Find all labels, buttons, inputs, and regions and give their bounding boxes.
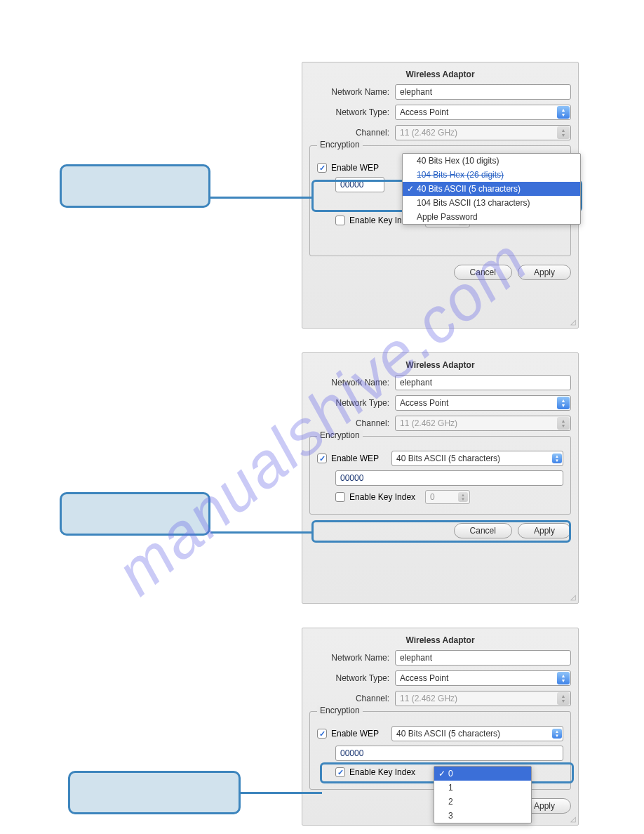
updown-icon: ▲▼: [557, 106, 570, 119]
enable-key-index-checkbox[interactable]: ✓: [335, 216, 345, 225]
updown-icon: ▲▼: [557, 417, 570, 430]
callout-3: [68, 771, 241, 814]
dropdown-item-2[interactable]: 40 Bits ASCII (5 characters): [403, 182, 580, 196]
key-index-select: 0 ▲▼: [425, 490, 470, 504]
key-index-item-1[interactable]: 1: [434, 781, 531, 795]
wep-key-input[interactable]: 00000: [335, 470, 563, 486]
connector-2: [210, 531, 313, 534]
channel-value: 11 (2.462 GHz): [400, 694, 457, 703]
label-channel: Channel:: [309, 694, 395, 703]
network-type-select[interactable]: Access Point ▲▼: [395, 395, 571, 411]
enable-wep-checkbox[interactable]: ✓: [317, 729, 327, 739]
channel-select: 11 (2.462 GHz) ▲▼: [395, 416, 571, 431]
enable-key-index-label: Enable Key Index: [349, 767, 415, 777]
wep-type-select[interactable]: 40 Bits ASCII (5 characters) ▲▼: [391, 726, 563, 741]
label-network-type: Network Type:: [309, 673, 395, 683]
network-name-input[interactable]: elephant: [395, 650, 571, 666]
updown-icon: ▲▼: [557, 126, 570, 139]
key-index-item-3[interactable]: 3: [434, 809, 531, 823]
network-type-value: Access Point: [400, 673, 448, 683]
label-network-name: Network Name:: [309, 653, 395, 663]
updown-icon: ▲▼: [557, 672, 570, 684]
label-network-type: Network Type:: [309, 107, 395, 117]
key-index-item-2[interactable]: 2: [434, 795, 531, 809]
apply-button[interactable]: Apply: [518, 265, 571, 280]
wep-type-value: 40 Bits ASCII (5 characters): [396, 454, 500, 463]
channel-value: 11 (2.462 GHz): [400, 128, 457, 138]
enable-wep-checkbox[interactable]: ✓: [317, 454, 327, 463]
wep-type-value: 40 Bits ASCII (5 characters): [396, 729, 500, 739]
callout-1: [60, 164, 210, 208]
label-channel: Channel:: [309, 418, 395, 428]
encryption-legend: Encryption: [317, 430, 363, 440]
cancel-button[interactable]: Cancel: [454, 265, 512, 280]
channel-value: 11 (2.462 GHz): [400, 418, 457, 428]
dropdown-item-4[interactable]: Apple Password: [403, 210, 580, 224]
label-network-name: Network Name:: [309, 378, 395, 388]
network-type-value: Access Point: [400, 107, 448, 117]
connector-3: [241, 792, 322, 794]
network-name-input[interactable]: elephant: [395, 84, 571, 100]
channel-select: 11 (2.462 GHz) ▲▼: [395, 125, 571, 140]
wep-type-select[interactable]: 40 Bits ASCII (5 characters) ▲▼: [391, 451, 563, 466]
enable-key-index-checkbox[interactable]: ✓: [335, 492, 345, 502]
panel-2: Wireless Adaptor Network Name: elephant …: [302, 352, 579, 604]
dropdown-item-3[interactable]: 104 Bits ASCII (13 characters): [403, 196, 580, 210]
updown-icon: ▲▼: [552, 454, 562, 463]
resize-grip-icon: ◿: [570, 593, 576, 601]
connector-1: [210, 197, 313, 199]
resize-grip-icon: ◿: [570, 815, 576, 823]
enable-wep-label: Enable WEP: [331, 729, 379, 739]
network-type-select[interactable]: Access Point ▲▼: [395, 105, 571, 120]
updown-icon: ▲▼: [458, 492, 468, 502]
label-channel: Channel:: [309, 128, 395, 138]
encryption-legend: Encryption: [317, 140, 363, 150]
updown-icon: ▲▼: [552, 729, 562, 739]
network-name-input[interactable]: elephant: [395, 375, 571, 390]
channel-select: 11 (2.462 GHz) ▲▼: [395, 691, 571, 706]
key-index-value: 0: [430, 492, 435, 502]
enable-key-index-label: Enable Key Index: [349, 492, 415, 502]
panel-3-title: Wireless Adaptor: [309, 634, 571, 645]
key-index-item-0[interactable]: 0: [434, 767, 531, 781]
panel-2-title: Wireless Adaptor: [309, 359, 571, 370]
apply-button[interactable]: Apply: [518, 523, 571, 538]
updown-icon: ▲▼: [557, 397, 570, 409]
encryption-legend: Encryption: [317, 706, 363, 715]
label-network-name: Network Name:: [309, 87, 395, 97]
enable-wep-label: Enable WEP: [331, 163, 379, 173]
enable-wep-checkbox[interactable]: ✓: [317, 163, 327, 173]
updown-icon: ▲▼: [557, 692, 570, 705]
wep-type-dropdown[interactable]: 40 Bits Hex (10 digits) 104 Bits Hex (26…: [402, 153, 581, 225]
enable-wep-label: Enable WEP: [331, 454, 379, 463]
wep-key-input[interactable]: 00000: [335, 177, 384, 192]
cancel-button[interactable]: Cancel: [454, 523, 512, 538]
panel-1-title: Wireless Adaptor: [309, 68, 571, 79]
wep-key-input[interactable]: 00000: [335, 746, 563, 761]
resize-grip-icon: ◿: [570, 318, 576, 326]
encryption-fieldset: Encryption ✓ Enable WEP 40 Bits ASCII (5…: [309, 436, 571, 515]
dropdown-item-1[interactable]: 104 Bits Hex (26 digits): [403, 168, 580, 182]
key-index-dropdown[interactable]: 0 1 2 3: [434, 766, 532, 823]
network-type-select[interactable]: Access Point ▲▼: [395, 670, 571, 686]
label-network-type: Network Type:: [309, 398, 395, 408]
callout-2: [60, 492, 210, 536]
enable-key-index-checkbox[interactable]: ✓: [335, 767, 345, 777]
dropdown-item-0[interactable]: 40 Bits Hex (10 digits): [403, 154, 580, 168]
network-type-value: Access Point: [400, 398, 448, 408]
